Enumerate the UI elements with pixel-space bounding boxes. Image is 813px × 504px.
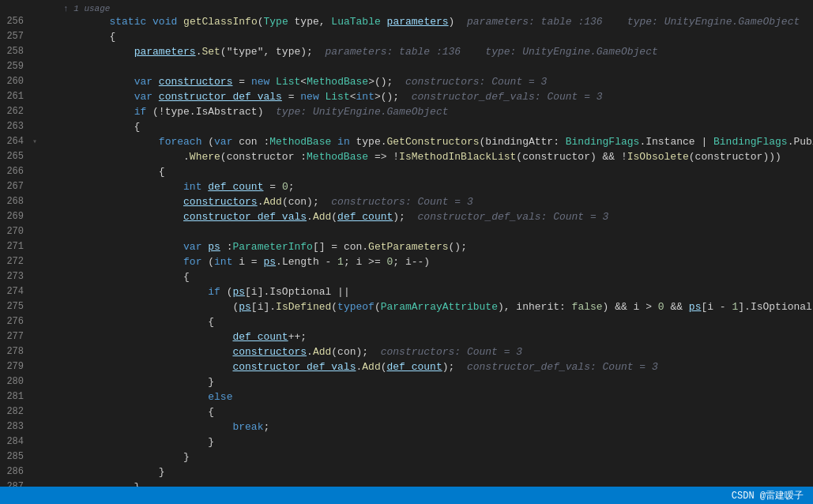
code-row: 259	[0, 59, 813, 74]
fold-gutter	[28, 59, 41, 74]
fold-gutter	[28, 359, 41, 374]
line-number: 280	[0, 374, 28, 389]
fold-gutter	[28, 404, 41, 419]
code-content: break;	[57, 419, 813, 434]
code-row: 277 def_count++;	[0, 329, 813, 344]
debug-gutter	[41, 269, 57, 284]
code-content: {	[57, 314, 813, 329]
fold-gutter	[28, 89, 41, 104]
fold-gutter	[28, 389, 41, 404]
line-number: 285	[0, 449, 28, 465]
debug-gutter	[41, 434, 57, 449]
fold-gutter	[28, 104, 41, 119]
code-content: }	[57, 449, 813, 465]
code-content: foreach (var con :MethodBase in type.Get…	[57, 134, 813, 149]
line-number: 283	[0, 419, 28, 434]
debug-gutter	[41, 465, 57, 480]
usage-hint: ↑ 1 usage	[57, 0, 110, 14]
code-content: {	[57, 29, 813, 44]
line-number: 279	[0, 359, 28, 374]
line-number: 274	[0, 284, 28, 299]
code-row: 284 }	[0, 434, 813, 449]
code-row: 283 break;	[0, 419, 813, 434]
fold-gutter	[28, 465, 41, 480]
debug-gutter	[41, 149, 57, 164]
debug-gutter	[41, 164, 57, 179]
code-content: }	[57, 374, 813, 389]
line-number: 260	[0, 74, 28, 89]
code-content	[57, 59, 813, 74]
debug-gutter	[41, 119, 57, 134]
line-number: 277	[0, 329, 28, 344]
debug-gutter	[41, 284, 57, 299]
line-number: 271	[0, 239, 28, 254]
code-row: 282 {	[0, 404, 813, 419]
debug-gutter	[41, 344, 57, 359]
debug-gutter	[41, 389, 57, 404]
code-content: }	[57, 434, 813, 449]
fold-gutter	[28, 374, 41, 389]
line-number: 258	[0, 44, 28, 59]
code-row: 265 .Where(constructor :MethodBase => !I…	[0, 149, 813, 164]
debug-gutter	[41, 209, 57, 224]
bottom-bar: CSDN @雷建嗳子	[0, 487, 813, 504]
code-row: 287 }	[0, 480, 813, 487]
code-content: constructors.Add(con); constructors: Cou…	[57, 194, 813, 209]
debug-gutter	[41, 404, 57, 419]
line-number: 276	[0, 314, 28, 329]
code-row: 262 if (!type.IsAbstract) type: UnityEng…	[0, 104, 813, 119]
line-number: 275	[0, 299, 28, 314]
fold-gutter	[28, 419, 41, 434]
code-row: 279 constructor_def_vals.Add(def_count);…	[0, 359, 813, 374]
fold-gutter	[28, 14, 41, 29]
code-content: static void getClassInfo(Type type, LuaT…	[57, 14, 813, 29]
code-row: 261 var constructor_def_vals = new List<…	[0, 89, 813, 104]
code-content	[57, 224, 813, 239]
debug-gutter	[41, 14, 57, 29]
fold-gutter[interactable]: ▾	[28, 134, 41, 149]
usage-hint-row: ↑ 1 usage	[0, 0, 813, 14]
debug-gutter	[41, 89, 57, 104]
debug-gutter	[41, 179, 57, 194]
fold-gutter	[28, 194, 41, 209]
code-content: var constructor_def_vals = new List<int>…	[57, 89, 813, 104]
code-content: if (ps[i].IsOptional ||	[57, 284, 813, 299]
code-row: 264▾ foreach (var con :MethodBase in typ…	[0, 134, 813, 149]
line-number: 267	[0, 179, 28, 194]
code-row: 286 }	[0, 465, 813, 480]
code-content: var constructors = new List<MethodBase>(…	[57, 74, 813, 89]
code-content: }	[57, 465, 813, 480]
code-row: 258 parameters.Set("type", type); parame…	[0, 44, 813, 59]
code-row: 273 {	[0, 269, 813, 284]
line-number: 257	[0, 29, 28, 44]
code-row: 276 {	[0, 314, 813, 329]
fold-gutter	[28, 284, 41, 299]
code-row: 267 int def_count = 0;	[0, 179, 813, 194]
debug-gutter	[41, 194, 57, 209]
debug-gutter	[41, 224, 57, 239]
code-content: .Where(constructor :MethodBase => !IsMet…	[57, 149, 813, 164]
line-number: 261	[0, 89, 28, 104]
code-row: 274 if (ps[i].IsOptional ||	[0, 284, 813, 299]
line-number: 269	[0, 209, 28, 224]
fold-gutter	[28, 164, 41, 179]
debug-gutter	[41, 359, 57, 374]
code-content: {	[57, 404, 813, 419]
code-content: }	[57, 480, 813, 487]
code-content: constructor_def_vals.Add(def_count); con…	[57, 209, 813, 224]
code-content: {	[57, 164, 813, 179]
code-content: {	[57, 119, 813, 134]
line-number: 273	[0, 269, 28, 284]
debug-gutter	[41, 329, 57, 344]
fold-gutter	[28, 434, 41, 449]
fold-gutter	[28, 29, 41, 44]
line-number: 281	[0, 389, 28, 404]
debug-gutter	[41, 59, 57, 74]
line-number: 266	[0, 164, 28, 179]
code-row: 257 {	[0, 29, 813, 44]
fold-gutter	[28, 74, 41, 89]
code-row: 281 else	[0, 389, 813, 404]
code-content: constructors.Add(con); constructors: Cou…	[57, 344, 813, 359]
debug-gutter	[41, 239, 57, 254]
code-content: def_count++;	[57, 329, 813, 344]
